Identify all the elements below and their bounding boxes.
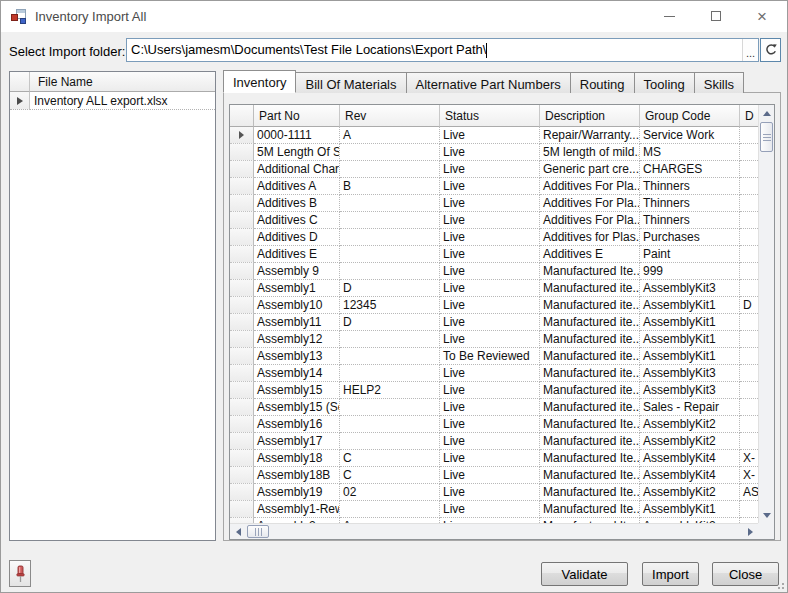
cell[interactable]: Assembly19 xyxy=(254,484,340,501)
column-header-part-no[interactable]: Part No xyxy=(254,105,340,127)
cell[interactable]: Thinners xyxy=(640,178,740,195)
cell[interactable]: Live xyxy=(440,246,540,263)
table-row[interactable]: Assembly11DLiveManufactured ite...Assemb… xyxy=(230,314,758,331)
cell[interactable]: Additives For Pla... xyxy=(540,212,640,229)
cell[interactable]: Manufactured ite... xyxy=(540,314,640,331)
table-row[interactable]: Assembly15HELP2LiveManufactured ite...As… xyxy=(230,382,758,399)
row-header[interactable] xyxy=(230,450,254,467)
cell[interactable]: Manufactured ite... xyxy=(540,331,640,348)
cell[interactable]: A xyxy=(340,127,440,144)
cell[interactable]: Live xyxy=(440,127,540,144)
cell[interactable]: Live xyxy=(440,297,540,314)
table-row[interactable]: Assembly1902LiveManufactured Ite...Assem… xyxy=(230,484,758,501)
cell[interactable] xyxy=(340,263,440,280)
table-row[interactable]: Assembly16LiveManufactured Ite...Assembl… xyxy=(230,416,758,433)
row-header[interactable] xyxy=(230,416,254,433)
table-row[interactable]: Assembly18BCLiveManufactured Ite...Assem… xyxy=(230,467,758,484)
table-row[interactable]: Assembly17LiveManufactured ite...Assembl… xyxy=(230,433,758,450)
row-header[interactable] xyxy=(230,297,254,314)
tab-tooling[interactable]: Tooling xyxy=(634,72,695,93)
tab-bill-of-materials[interactable]: Bill Of Materials xyxy=(295,72,406,93)
cell[interactable] xyxy=(740,331,758,348)
vertical-scrollbar[interactable] xyxy=(758,105,774,523)
close-button[interactable]: Close xyxy=(712,562,779,586)
file-list-item[interactable]: Inventory ALL export.xlsx xyxy=(10,92,215,110)
validate-button[interactable]: Validate xyxy=(541,562,628,586)
cell[interactable]: AssemblyKit3 xyxy=(640,382,740,399)
row-header[interactable] xyxy=(230,178,254,195)
cell[interactable]: Live xyxy=(440,365,540,382)
cell[interactable]: Manufactured ite... xyxy=(540,297,640,314)
cell[interactable] xyxy=(340,161,440,178)
cell[interactable]: Live xyxy=(440,144,540,161)
cell[interactable]: AssemblyKit3 xyxy=(640,280,740,297)
cell[interactable]: Purchases xyxy=(640,229,740,246)
cell[interactable]: AssemblyKit3 xyxy=(640,365,740,382)
column-header-rev[interactable]: Rev xyxy=(340,105,440,127)
import-folder-path-input[interactable]: C:\Users\jamesm\Documents\Test File Loca… xyxy=(126,38,759,62)
row-header[interactable] xyxy=(230,246,254,263)
cell[interactable]: Live xyxy=(440,263,540,280)
cell[interactable] xyxy=(340,399,440,416)
table-row[interactable]: Assembly1DLiveManufactured ite...Assembl… xyxy=(230,280,758,297)
minimize-button[interactable] xyxy=(649,1,689,31)
row-header[interactable] xyxy=(230,280,254,297)
cell[interactable] xyxy=(340,195,440,212)
cell[interactable] xyxy=(340,433,440,450)
cell[interactable] xyxy=(740,382,758,399)
cell[interactable]: Additives C xyxy=(254,212,340,229)
cell[interactable]: Assembly1 xyxy=(254,280,340,297)
cell[interactable]: Assembly18B xyxy=(254,467,340,484)
cell[interactable]: AssemblyKit1 xyxy=(640,314,740,331)
horizontal-scroll-thumb[interactable] xyxy=(247,525,269,538)
cell[interactable]: Assembly13 xyxy=(254,348,340,365)
cell[interactable]: X- xyxy=(740,450,758,467)
cell[interactable]: Assembly18 xyxy=(254,450,340,467)
cell[interactable]: Live xyxy=(440,501,540,518)
cell[interactable] xyxy=(740,263,758,280)
cell[interactable]: AssemblyKit1 xyxy=(640,331,740,348)
import-button[interactable]: Import xyxy=(642,562,699,586)
cell[interactable]: Live xyxy=(440,450,540,467)
row-header[interactable] xyxy=(230,365,254,382)
cell[interactable]: Manufactured ite... xyxy=(540,348,640,365)
table-row[interactable]: Assembly1-ReworkLiveManufactured Ite...A… xyxy=(230,501,758,518)
scroll-up-button[interactable] xyxy=(759,105,775,121)
cell[interactable]: C xyxy=(340,467,440,484)
cell[interactable]: Additives D xyxy=(254,229,340,246)
cell[interactable]: Live xyxy=(440,382,540,399)
cell[interactable]: Manufactured Ite... xyxy=(540,484,640,501)
cell[interactable]: Live xyxy=(440,195,540,212)
cell[interactable] xyxy=(340,144,440,161)
cell[interactable]: AssemblyKit2 xyxy=(640,433,740,450)
cell[interactable]: Additives E xyxy=(254,246,340,263)
cell[interactable] xyxy=(340,365,440,382)
cell[interactable]: Assembly 9 xyxy=(254,263,340,280)
cell[interactable]: C xyxy=(340,450,440,467)
close-window-button[interactable]: × xyxy=(742,1,782,31)
table-row[interactable]: Additional ChargeLiveGeneric part cre...… xyxy=(230,161,758,178)
cell[interactable]: Manufactured ite... xyxy=(540,280,640,297)
cell[interactable] xyxy=(740,178,758,195)
cell[interactable]: 0000-1111 xyxy=(254,127,340,144)
scroll-down-button[interactable] xyxy=(759,507,775,523)
table-row[interactable]: Additives DLiveAdditives for Plas...Purc… xyxy=(230,229,758,246)
browse-folder-button[interactable]: ... xyxy=(742,39,758,61)
row-header[interactable] xyxy=(230,161,254,178)
column-header-status[interactable]: Status xyxy=(440,105,540,127)
table-row[interactable]: Additives ABLiveAdditives For Pla...Thin… xyxy=(230,178,758,195)
cell[interactable]: Assembly1-Rework xyxy=(254,501,340,518)
horizontal-scroll-track[interactable] xyxy=(270,524,742,539)
cell[interactable] xyxy=(740,348,758,365)
cell[interactable]: Manufactured Ite... xyxy=(540,467,640,484)
cell[interactable]: Additives B xyxy=(254,195,340,212)
cell[interactable]: Assembly17 xyxy=(254,433,340,450)
row-header[interactable] xyxy=(230,229,254,246)
cell[interactable]: Live xyxy=(440,178,540,195)
cell[interactable] xyxy=(740,212,758,229)
cell[interactable]: Live xyxy=(440,229,540,246)
column-header-group-code[interactable]: Group Code xyxy=(640,105,740,127)
row-header[interactable] xyxy=(230,382,254,399)
cell[interactable]: Live xyxy=(440,399,540,416)
cell[interactable]: 12345 xyxy=(340,297,440,314)
